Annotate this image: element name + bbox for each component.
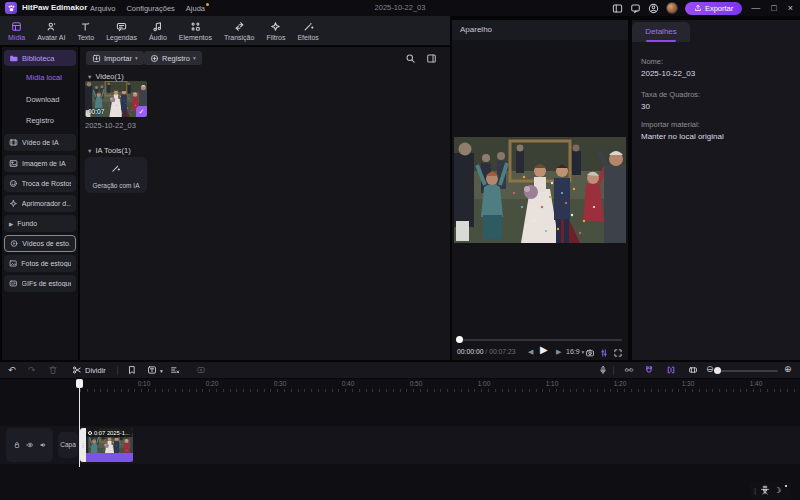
app-name: HitPaw Edimakor <box>22 0 87 16</box>
sidebar-item-biblioteca[interactable]: Biblioteca <box>4 50 76 66</box>
ruler-label: 1:30 <box>682 380 695 387</box>
tab-midia[interactable]: Mídia <box>2 16 31 45</box>
clear-tracks-icon[interactable] <box>170 365 180 375</box>
tab-transicao[interactable]: Transição <box>218 16 260 45</box>
redo-button[interactable]: ↷ <box>28 365 36 376</box>
cover-button[interactable]: Capa <box>58 432 78 458</box>
sidebar: Biblioteca Mídia local Download Registro… <box>2 47 78 360</box>
moon-icon[interactable]: ☽ <box>774 486 781 495</box>
microphone-icon[interactable] <box>598 365 608 375</box>
export-frame-icon[interactable] <box>196 365 206 375</box>
timeline-zoom-slider[interactable] <box>716 370 778 372</box>
track-controls <box>6 428 53 462</box>
speaker-icon[interactable] <box>39 441 47 449</box>
layout-icon[interactable] <box>612 3 623 14</box>
tab-detalhes[interactable]: Detalhes <box>632 22 690 42</box>
media-icon <box>11 21 22 32</box>
import-icon <box>92 54 101 63</box>
search-icon[interactable] <box>405 53 416 64</box>
tab-legendas[interactable]: Legendas <box>100 16 143 45</box>
split-button[interactable]: Dividir <box>72 365 106 375</box>
ruler-label: 0:50 <box>410 380 423 387</box>
chevron-down-icon: ▾ <box>582 349 585 355</box>
collapse-panel-icon[interactable] <box>426 53 437 64</box>
stock-gif-icon: GIF <box>9 279 18 288</box>
video-section-header[interactable]: ▼ Video(1) <box>87 72 124 81</box>
aspect-ratio-select[interactable]: 16:9 ▾ <box>566 346 584 358</box>
media-clip-name: 2025-10-22_03 <box>85 121 136 130</box>
next-frame-button[interactable]: ▶ <box>556 346 561 358</box>
ai-generation-card[interactable]: Geração com IA <box>85 157 147 193</box>
ruler-label: 0:20 <box>206 380 219 387</box>
record-button[interactable]: Registro ▾ <box>144 51 202 65</box>
field-value: Manter no local original <box>641 132 724 141</box>
ai-card-label: Geração com IA <box>85 182 147 189</box>
import-button[interactable]: Importar ▾ <box>86 51 144 65</box>
feedback-icon[interactable] <box>630 3 641 14</box>
preview-video[interactable] <box>454 137 626 243</box>
tab-audio[interactable]: Áudio <box>143 16 173 45</box>
toolbar-divider <box>613 366 614 375</box>
close-button[interactable]: × <box>786 0 795 16</box>
zoom-in-icon[interactable]: ⊕ <box>784 364 792 375</box>
undo-button[interactable]: ↶ <box>8 365 16 376</box>
menu-ajuda[interactable]: Ajuda <box>186 4 205 13</box>
tab-elementos[interactable]: Elementos <box>173 16 218 45</box>
sidebar-item-aprimorador[interactable]: Aprimorador d... <box>4 195 76 212</box>
auto-split-icon[interactable] <box>666 365 676 375</box>
eye-icon[interactable] <box>26 441 34 449</box>
menu-arquivo[interactable]: Arquivo <box>90 4 115 13</box>
magnet-icon[interactable] <box>644 365 654 375</box>
sidebar-item-fundo[interactable]: ▶ Fundo <box>4 215 76 232</box>
record-icon <box>150 54 159 63</box>
section-open-icon: ▼ <box>87 148 92 154</box>
zoom-out-icon[interactable]: ⊖ <box>706 364 714 375</box>
tab-avatar-ai[interactable]: Avatar AI <box>31 16 71 45</box>
zoom-slider-knob[interactable] <box>714 367 721 374</box>
delete-icon[interactable] <box>48 365 58 375</box>
export-button[interactable]: Exportar <box>685 2 742 15</box>
sidebar-item-video-ia[interactable]: Vídeo de IA <box>4 134 76 151</box>
svg-text:GIF: GIF <box>11 282 16 286</box>
text-track-icon[interactable] <box>147 365 157 375</box>
current-time: 00:00:00 <box>457 348 483 355</box>
playhead-line <box>79 379 80 467</box>
tab-texto[interactable]: Texto <box>71 16 100 45</box>
prev-frame-button[interactable]: ◀ <box>528 346 533 358</box>
sidebar-item-midia-local[interactable]: Mídia local <box>26 73 62 82</box>
play-button[interactable]: ▶ <box>540 344 548 356</box>
sidebar-item-videos-estoque[interactable]: Vídeos de esto... <box>4 235 76 252</box>
user-avatar[interactable] <box>666 2 678 14</box>
ime-lang-icon[interactable] <box>760 485 770 495</box>
link-icon[interactable] <box>624 365 634 375</box>
minimize-button[interactable]: — <box>749 0 762 16</box>
sidebar-item-download[interactable]: Download <box>26 95 59 104</box>
range-select-icon[interactable] <box>688 365 698 375</box>
sidebar-item-gifs-estoque[interactable]: GIF GIFs de estoque <box>4 275 76 292</box>
media-clip-thumbnail[interactable]: 00:07 ✓ <box>85 81 147 117</box>
timeline-clip[interactable]: ⋮ 0:07 2025-1... <box>80 428 133 462</box>
menu-configuracoes[interactable]: Configurações <box>126 4 174 13</box>
total-time: 00:07:23 <box>489 348 515 355</box>
account-icon[interactable] <box>648 3 659 14</box>
clip-type-icon <box>88 431 92 435</box>
tab-efeitos[interactable]: Efeitos <box>291 16 324 45</box>
sidebar-item-fotos-estoque[interactable]: Fotos de estoque <box>4 255 76 272</box>
tab-filtros[interactable]: Filtros <box>260 16 291 45</box>
snapshot-icon[interactable] <box>585 348 595 358</box>
sidebar-item-troca-rostos[interactable]: Troca de Rostos <box>4 175 76 192</box>
fullscreen-icon[interactable] <box>613 348 623 358</box>
preview-progress-bar[interactable] <box>459 339 622 341</box>
ribbon-tabs: Mídia Avatar AI Texto Legendas Áudio Ele… <box>0 16 450 45</box>
ruler-ticks[interactable] <box>80 389 800 392</box>
marker-icon[interactable] <box>127 365 137 375</box>
clip-audio-bar <box>86 453 133 462</box>
levels-icon[interactable] <box>599 348 609 358</box>
sidebar-item-registro[interactable]: Registro <box>26 116 54 125</box>
maximize-button[interactable]: □ <box>769 0 778 16</box>
ia-tools-section-header[interactable]: ▼ IA Tools(1) <box>87 146 131 155</box>
lock-icon[interactable] <box>13 441 21 449</box>
sidebar-item-imagem-ia[interactable]: Imagem de IA <box>4 155 76 172</box>
progress-knob[interactable] <box>456 336 463 343</box>
details-panel: Detalhes Nome: 2025-10-22_03 Taxa de Qua… <box>632 20 800 360</box>
